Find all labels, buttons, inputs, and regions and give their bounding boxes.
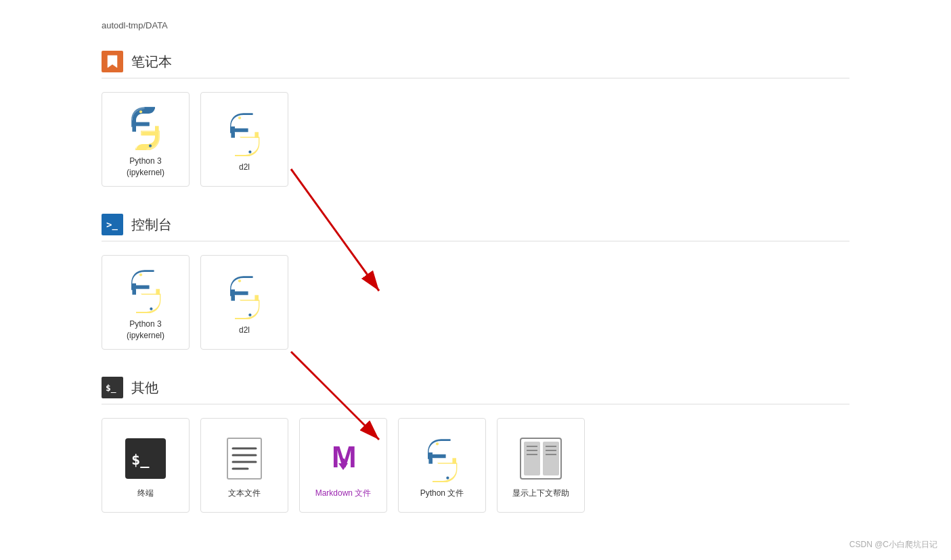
breadcrumb: autodl-tmp/DATA xyxy=(102,20,849,30)
notebook-kernel-d2l[interactable]: d2l xyxy=(200,92,288,187)
pythonfile-card-label: Python 文件 xyxy=(420,488,464,499)
other-section-title: 其他 xyxy=(131,379,158,397)
console-section: >_ 控制台 Pyt xyxy=(102,214,849,350)
notebook-icon xyxy=(102,51,123,72)
console-icon: >_ xyxy=(102,214,123,235)
console-kernel-d2l[interactable]: d2l xyxy=(200,255,288,350)
other-items-grid: $_ 终端 文本文件 M xyxy=(102,418,849,513)
markdown-card-label: Markdown 文件 xyxy=(315,488,372,499)
svg-rect-11 xyxy=(132,289,136,295)
python-icon-console-1 xyxy=(221,272,268,319)
terminal-card[interactable]: $_ 终端 xyxy=(102,418,190,513)
other-section-header: $_ 其他 xyxy=(102,377,849,398)
dollar-prompt-icon: $_ xyxy=(105,382,120,393)
svg-rect-30 xyxy=(428,458,433,463)
python-icon-console-0 xyxy=(122,266,169,313)
terminal-prompt-icon: >_ xyxy=(105,218,120,231)
textfile-card-icon xyxy=(221,435,268,482)
svg-rect-15 xyxy=(231,295,235,300)
notebook-kernels-grid: Python 3(ipykernel) d2l xyxy=(102,92,849,187)
other-divider xyxy=(102,404,849,404)
svg-point-28 xyxy=(436,442,439,445)
svg-text:$_: $_ xyxy=(131,451,150,468)
svg-point-13 xyxy=(238,279,241,282)
notebook-section: 笔记本 xyxy=(102,51,849,187)
textfile-card-label: 文本文件 xyxy=(228,488,261,499)
svg-point-14 xyxy=(248,313,251,316)
console-kernel-label-1: d2l xyxy=(239,325,250,336)
console-kernels-grid: Python 3(ipykernel) d2l xyxy=(102,255,849,350)
other-section: $_ 其他 $_ 终端 xyxy=(102,377,849,513)
python-file-icon xyxy=(418,435,466,482)
notebook-section-header: 笔记本 xyxy=(102,51,849,72)
svg-rect-6 xyxy=(231,132,235,137)
contexthelp-card-icon xyxy=(517,435,565,482)
python-icon-notebook-1 xyxy=(221,109,268,156)
console-section-header: >_ 控制台 xyxy=(102,214,849,235)
terminal-card-icon: $_ xyxy=(122,435,169,482)
svg-point-29 xyxy=(446,476,449,479)
notebook-kernel-python3[interactable]: Python 3(ipykernel) xyxy=(102,92,190,187)
svg-point-5 xyxy=(248,150,251,153)
notebook-divider xyxy=(102,78,849,78)
other-icon: $_ xyxy=(102,377,123,398)
svg-point-1 xyxy=(149,145,152,147)
contexthelp-card[interactable]: 显示上下文帮助 xyxy=(497,418,585,513)
svg-rect-7 xyxy=(255,132,259,137)
python-icon-notebook-0 xyxy=(122,103,169,150)
markdown-card-icon: M xyxy=(319,435,367,482)
svg-rect-12 xyxy=(156,289,160,295)
svg-point-0 xyxy=(139,110,142,113)
console-kernel-label-0: Python 3(ipykernel) xyxy=(127,319,164,342)
svg-rect-20 xyxy=(227,438,261,479)
svg-point-4 xyxy=(238,116,241,119)
svg-rect-16 xyxy=(255,295,259,300)
contexthelp-card-label: 显示上下文帮助 xyxy=(512,488,569,499)
textfile-card[interactable]: 文本文件 xyxy=(200,418,288,513)
watermark: CSDN @C小白爬坑日记 xyxy=(849,539,937,551)
svg-text:$_: $_ xyxy=(106,383,116,393)
svg-text:>_: >_ xyxy=(106,219,118,231)
notebook-kernel-label-1: d2l xyxy=(239,162,250,173)
console-section-title: 控制台 xyxy=(131,216,172,234)
svg-point-10 xyxy=(150,308,152,310)
notebook-section-title: 笔记本 xyxy=(131,53,172,71)
pythonfile-card[interactable]: Python 文件 xyxy=(398,418,486,513)
markdown-card[interactable]: M Markdown 文件 xyxy=(299,418,387,513)
console-divider xyxy=(102,241,849,241)
console-kernel-python3[interactable]: Python 3(ipykernel) xyxy=(102,255,190,350)
svg-rect-31 xyxy=(452,458,456,463)
terminal-card-label: 终端 xyxy=(137,488,154,499)
svg-point-9 xyxy=(139,273,142,276)
notebook-kernel-label-0: Python 3(ipykernel) xyxy=(127,156,164,179)
